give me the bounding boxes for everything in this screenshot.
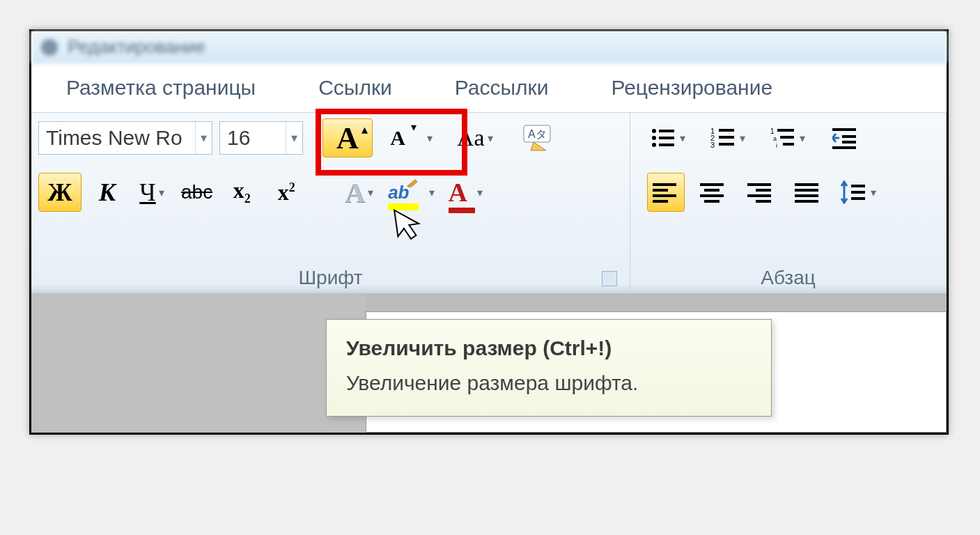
chevron-down-icon: ▾ [368,186,373,199]
group-font: Times New Ro ▾ 16 ▾ A ▴ [31,113,630,293]
svg-rect-38 [795,194,818,197]
svg-rect-27 [653,200,668,203]
svg-rect-25 [653,189,668,192]
superscript-button[interactable]: x2 [267,173,305,212]
align-center-button[interactable] [694,173,732,212]
svg-point-6 [652,143,656,147]
font-row-2: Ж К Ч ▾ abc x2 [38,173,623,212]
italic-button[interactable]: К [88,173,126,212]
chevron-down-icon: ▾ [159,186,164,199]
font-name-combo[interactable]: Times New Ro ▾ [38,121,212,155]
chevron-down-icon: ▾ [680,132,685,145]
svg-rect-13 [719,143,734,146]
subscript-button[interactable]: x2 [223,173,260,212]
svg-rect-7 [659,144,674,146]
svg-rect-32 [747,183,771,186]
svg-rect-40 [851,185,865,187]
change-case-button[interactable]: Aa ▾ [453,118,497,157]
svg-rect-34 [747,194,771,197]
underline-button[interactable]: Ч ▾ [133,173,171,212]
multilevel-list-button[interactable]: 1ai ▾ [767,118,809,157]
chevron-down-icon: ▾ [800,132,805,145]
line-spacing-icon [840,180,868,204]
tab-page-layout[interactable]: Разметка страницы [66,76,256,100]
font-size-combo[interactable]: 16 ▾ [219,121,303,155]
svg-rect-28 [700,183,724,186]
multilevel-icon: 1ai [770,127,797,149]
chevron-down-icon[interactable]: ▾ [286,122,302,154]
bullets-icon [651,127,677,149]
font-name-value: Times New Ro [46,126,195,150]
svg-rect-26 [653,194,676,197]
chevron-down-icon: ▾ [429,186,435,199]
svg-text:a: a [773,135,777,142]
font-color-button[interactable]: A ▾ [445,173,486,212]
down-arrow-icon: ▾ [411,121,417,134]
text-effects-icon: A [345,176,365,209]
bullets-button[interactable]: ▾ [647,118,689,157]
doc-gutter [31,293,366,433]
svg-rect-22 [842,141,856,144]
svg-rect-20 [832,128,856,131]
svg-rect-41 [851,191,865,194]
grow-font-icon: A [336,121,359,156]
tab-review[interactable]: Рецензирование [611,76,772,100]
svg-text:3: 3 [710,141,715,149]
numbering-button[interactable]: 123 ▾ [707,118,749,157]
chevron-down-icon: ▾ [488,132,493,145]
change-case-icon: Aa [457,125,485,151]
dialog-launcher-icon[interactable] [602,271,617,286]
align-left-icon [653,182,679,203]
group-paragraph: ▾ 123 ▾ 1ai ▾ [630,113,947,293]
svg-rect-17 [780,136,794,139]
tab-mailings[interactable]: Рассылки [455,76,549,100]
app-icon [41,39,58,56]
chevron-down-icon[interactable]: ▾ [195,122,212,154]
decrease-indent-button[interactable] [827,118,864,157]
font-row-1: Times New Ro ▾ 16 ▾ A ▴ [38,118,623,157]
align-center-icon [700,182,726,203]
grow-font-button[interactable]: A ▴ [322,118,373,157]
strike-icon: abc [181,181,212,203]
svg-rect-15 [777,129,794,132]
line-spacing-button[interactable]: ▾ [837,173,880,212]
svg-rect-33 [756,189,771,192]
tooltip-body: Увеличение размера шрифта. [346,371,752,395]
group-label-paragraph: Абзац [637,263,939,290]
svg-rect-21 [842,135,856,138]
justify-icon [795,182,821,203]
text-effects-button[interactable]: A ▾ [340,173,378,212]
svg-rect-3 [659,130,674,132]
svg-rect-35 [756,200,771,203]
svg-point-2 [652,129,656,133]
shrink-font-icon: A [390,126,405,150]
svg-rect-9 [719,129,734,132]
chevron-down-icon: ▾ [740,132,745,145]
bold-button[interactable]: Ж [38,173,81,212]
svg-rect-24 [653,183,676,186]
clear-formatting-button[interactable]: Aタ [518,118,558,157]
tab-references[interactable]: Ссылки [318,76,392,100]
cursor-icon [391,203,427,244]
clear-format-icon: Aタ [521,124,554,152]
align-right-button[interactable] [742,173,779,212]
svg-point-4 [652,136,656,140]
tooltip: Увеличить размер (Ctrl+!) Увеличение раз… [326,319,772,417]
chevron-down-icon[interactable]: ▾ [427,132,433,145]
align-right-icon [747,182,774,203]
svg-rect-5 [659,137,674,139]
svg-text:Aタ: Aタ [528,128,547,140]
svg-rect-11 [719,136,734,139]
align-left-button[interactable] [647,173,685,212]
outdent-icon [832,127,859,149]
chevron-down-icon: ▾ [871,186,876,199]
underline-icon: Ч [139,178,155,207]
para-row-1: ▾ 123 ▾ 1ai ▾ [637,118,939,157]
strikethrough-button[interactable]: abc [178,173,216,212]
highlight-icon: ab [388,182,409,203]
shrink-font-button[interactable]: A ▾ [373,118,423,157]
titlebar: Редактирование [31,31,947,63]
up-arrow-icon: ▴ [361,122,368,137]
tooltip-title: Увеличить размер (Ctrl+!) [346,336,752,360]
justify-button[interactable] [789,173,827,212]
